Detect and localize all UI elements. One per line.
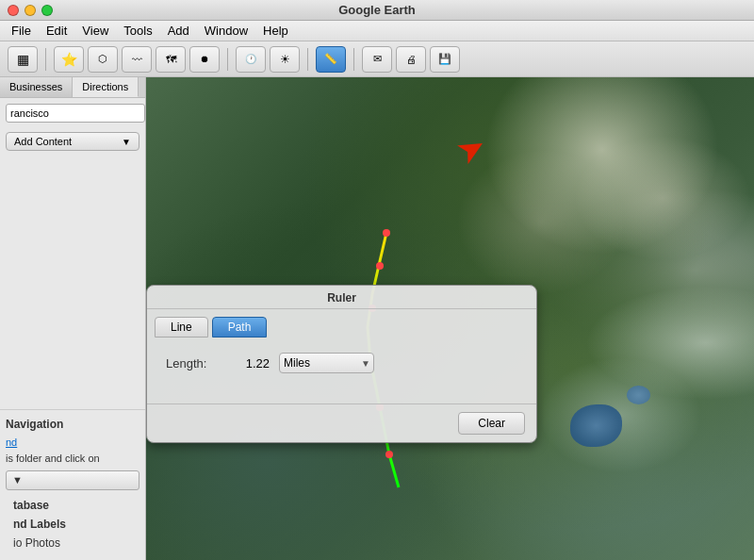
toolbar-sidebar-toggle[interactable]: ▦: [8, 46, 38, 73]
toolbar-add-placemark[interactable]: ⭐: [54, 46, 84, 73]
tab-directions[interactable]: Directions: [73, 77, 139, 97]
sidebar-item-database[interactable]: tabase: [6, 496, 139, 515]
lake-small: [627, 386, 650, 404]
search-area: 🔍: [0, 98, 145, 128]
menu-bar: File Edit View Tools Add Window Help: [0, 21, 754, 41]
main-area: Businesses Directions 🔍 Add Content ▼ Na…: [0, 77, 754, 560]
ruler-tab-line[interactable]: Line: [155, 317, 208, 338]
window-controls: [8, 5, 53, 16]
toolbar-separator-3: [307, 48, 308, 71]
toolbar-print[interactable]: 🖨: [396, 46, 426, 73]
toolbar-save-image[interactable]: 💾: [430, 46, 460, 73]
toolbar-add-polygon[interactable]: ⬡: [88, 46, 118, 73]
sidebar-list: tabase nd Labels io Photos: [6, 492, 139, 556]
close-button[interactable]: [8, 5, 19, 16]
tab-businesses[interactable]: Businesses: [0, 77, 73, 97]
menu-window[interactable]: Window: [197, 22, 255, 40]
length-label: Length:: [166, 356, 222, 371]
nav-dropdown[interactable]: ▼: [6, 470, 139, 490]
add-content-arrow-icon: ▼: [122, 137, 131, 147]
ruler-title: Ruler: [147, 286, 536, 309]
maximize-button[interactable]: [41, 5, 53, 16]
nav-link[interactable]: nd: [6, 435, 139, 450]
lake-large: [570, 404, 622, 447]
menu-file[interactable]: File: [4, 22, 39, 40]
toolbar-record[interactable]: ⏺: [189, 46, 220, 73]
nav-description: is folder and click on ▼: [6, 450, 139, 492]
sidebar-tabs: Businesses Directions: [0, 77, 145, 98]
nav-desc-text: is folder and click on: [6, 453, 100, 464]
menu-add[interactable]: Add: [160, 22, 197, 40]
sidebar-item-labels[interactable]: nd Labels: [6, 515, 139, 534]
sidebar-item-photos[interactable]: io Photos: [6, 534, 139, 552]
ruler-footer: Clear: [147, 404, 536, 442]
ruler-dialog: Ruler Line Path Length: 1.22 Feet Yards …: [146, 285, 537, 443]
toolbar-separator-4: [353, 48, 354, 71]
toolbar-add-path[interactable]: 〰: [122, 46, 152, 73]
menu-tools[interactable]: Tools: [116, 22, 159, 40]
sidebar: Businesses Directions 🔍 Add Content ▼ Na…: [0, 77, 146, 560]
add-content-label: Add Content: [14, 136, 72, 147]
toolbar-separator-2: [227, 48, 228, 71]
ruler-tab-path[interactable]: Path: [212, 317, 268, 338]
toolbar-separator-1: [45, 48, 46, 71]
length-value: 1.22: [232, 356, 270, 371]
add-content-button[interactable]: Add Content ▼: [6, 132, 139, 151]
ruler-tabs: Line Path: [147, 309, 536, 338]
app-title: Google Earth: [338, 3, 416, 17]
units-select[interactable]: Feet Yards Miles Kilometers Meters Nauti…: [279, 353, 374, 373]
search-row: 🔍: [6, 104, 139, 123]
bottom-sidebar: Navigation nd is folder and click on ▼ t…: [0, 409, 145, 560]
minimize-button[interactable]: [25, 5, 36, 16]
ruler-body: Length: 1.22 Feet Yards Miles Kilometers…: [147, 338, 536, 404]
toolbar-add-overlay[interactable]: 🗺: [156, 46, 186, 73]
map-area[interactable]: ➤ Ruler Line Path Length: 1.22 Feet Yard…: [146, 77, 754, 560]
toolbar-sun[interactable]: ☀: [270, 46, 300, 73]
clear-button[interactable]: Clear: [458, 412, 525, 435]
toolbar-email[interactable]: ✉: [362, 46, 392, 73]
toolbar-measure[interactable]: 📏: [316, 46, 346, 73]
nav-title: Navigation: [6, 414, 139, 435]
title-bar: Google Earth: [0, 0, 754, 21]
toolbar: ▦ ⭐ ⬡ 〰 🗺 ⏺ 🕐 ☀ 📏 ✉ 🖨 💾: [0, 41, 754, 77]
search-input[interactable]: [6, 104, 145, 123]
menu-edit[interactable]: Edit: [39, 22, 74, 40]
toolbar-history[interactable]: 🕐: [236, 46, 266, 73]
length-row: Length: 1.22 Feet Yards Miles Kilometers…: [166, 353, 517, 373]
nav-dropdown-arrow-icon: ▼: [12, 473, 23, 487]
units-select-wrapper: Feet Yards Miles Kilometers Meters Nauti…: [279, 353, 374, 373]
menu-help[interactable]: Help: [255, 22, 296, 40]
menu-view[interactable]: View: [74, 22, 116, 40]
